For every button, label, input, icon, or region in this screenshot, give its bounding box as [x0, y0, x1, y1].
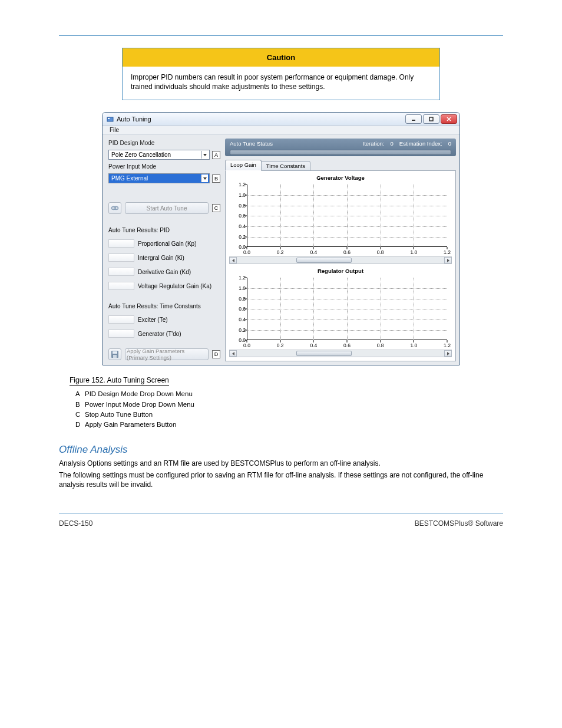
callout-list: APID Design Mode Drop Down Menu BPower I… [75, 389, 503, 430]
y-tick-label: 0.4 [232, 317, 246, 322]
power-mode-value: PMG External [111, 175, 148, 182]
x-tick-label: 0.0 [243, 249, 250, 255]
result-row: Derivative Gain (Kd) [108, 268, 220, 276]
result-row: Exciter (Te) [108, 315, 220, 324]
svg-rect-11 [113, 351, 117, 354]
tdo-field[interactable] [108, 330, 134, 338]
left-pane: PID Design Mode Pole Zero Cancellation A… [103, 135, 225, 365]
status-bar: Auto Tune Status Iteration: 0 Estimation… [225, 139, 456, 156]
start-auto-tune-button[interactable]: Start Auto Tune [125, 202, 209, 214]
callout-d: D [212, 350, 220, 358]
chevron-down-icon [201, 174, 208, 182]
svg-marker-7 [203, 177, 207, 180]
y-tick-label: 0.4 [232, 223, 246, 229]
maximize-button[interactable] [423, 114, 439, 124]
callout-b: B [212, 174, 220, 183]
kd-field[interactable] [108, 268, 134, 276]
y-tick-label: 0.2 [232, 234, 246, 240]
app-icon [106, 115, 114, 123]
chart-title-top: Generator Voltage [229, 174, 452, 181]
status-title: Auto Tune Status [230, 140, 357, 147]
page-footer: DECS-150 BESTCOMSPlus® Software [59, 519, 503, 528]
x-tick-label: 1.2 [444, 342, 451, 348]
x-tick-label: 1.0 [410, 342, 417, 348]
y-tick-label: 1.0 [232, 192, 246, 198]
kd-label: Derivative Gain (Kd) [138, 269, 191, 275]
svg-rect-1 [108, 118, 110, 119]
te-field[interactable] [108, 315, 134, 324]
tab-panel: Generator Voltage 0.00.20.40.60.81.01.20… [225, 170, 456, 361]
pid-mode-value: Pole Zero Cancellation [111, 151, 171, 158]
callout-text: Apply Gain Parameters Button [85, 420, 176, 430]
iteration-label: Iteration: [363, 140, 385, 147]
callout-c: C [212, 204, 220, 212]
ka-label: Voltage Regulator Gain (Ka) [138, 283, 211, 289]
apply-gain-button[interactable]: Apply Gain Parameters (Primary Settings) [125, 348, 209, 360]
start-icon-button[interactable] [108, 202, 121, 214]
iteration-value: 0 [391, 140, 394, 147]
chevron-down-icon [201, 151, 208, 159]
auto-tuning-window: Auto Tuning File PID Design Mode Pole Ze… [102, 112, 460, 365]
callout-text: Stop Auto Tune Button [85, 410, 153, 420]
x-tick-label: 0.2 [277, 249, 284, 255]
scroll-left-icon[interactable] [229, 257, 237, 263]
result-row: Intergral Gain (Ki) [108, 253, 220, 262]
scroll-right-icon[interactable] [444, 257, 452, 263]
x-tick-label: 1.2 [444, 249, 451, 255]
regulator-output-chart: 0.00.20.40.60.81.01.20.00.20.40.60.81.01… [232, 275, 452, 348]
menu-file[interactable]: File [106, 126, 123, 134]
tab-loop-gain[interactable]: Loop Gain [225, 160, 262, 171]
x-tick-label: 0.8 [377, 342, 384, 348]
body-paragraph: The following settings must be configure… [59, 471, 503, 489]
ka-field[interactable] [108, 282, 134, 290]
x-tick-label: 0.2 [277, 342, 284, 348]
x-tick-label: 1.0 [410, 249, 417, 255]
svg-marker-14 [447, 259, 449, 262]
callout-key: A [75, 389, 85, 399]
caution-heading: Caution [123, 48, 439, 67]
tab-time-constants[interactable]: Time Constants [261, 161, 310, 171]
svg-rect-2 [412, 120, 415, 121]
callout-text: Power Input Mode Drop Down Menu [85, 400, 194, 410]
power-mode-combo[interactable]: PMG External [108, 173, 210, 183]
generator-voltage-chart: 0.00.20.40.60.81.01.20.00.20.40.60.81.01… [232, 182, 452, 255]
chart-title-bottom: Regulator Output [229, 268, 452, 274]
tc-results-title: Auto Tune Results: Time Constants [108, 303, 220, 309]
callout-text: PID Design Mode Drop Down Menu [85, 389, 193, 399]
body-paragraph: Analysis Options settings and an RTM fil… [59, 459, 503, 469]
result-row: Generator (T'do) [108, 330, 220, 338]
scroll-left-icon[interactable] [229, 350, 237, 357]
ki-field[interactable] [108, 253, 134, 262]
save-icon-button[interactable] [108, 348, 121, 360]
chart-scrollbar[interactable] [229, 256, 452, 264]
right-pane: Auto Tune Status Iteration: 0 Estimation… [225, 135, 459, 365]
floppy-icon [111, 350, 119, 358]
x-tick-label: 0.6 [343, 342, 351, 348]
kp-field[interactable] [108, 239, 134, 248]
section-heading: Offline Analysis [59, 444, 503, 456]
svg-marker-13 [232, 259, 234, 262]
scroll-right-icon[interactable] [444, 350, 452, 357]
figure-caption: Figure 152. Auto Tuning Screen [70, 376, 169, 386]
y-tick-label: 0.2 [232, 327, 246, 333]
chart-scrollbar[interactable] [229, 350, 452, 357]
kp-label: Proportional Gain (Kp) [138, 241, 197, 247]
minimize-button[interactable] [405, 114, 422, 124]
scroll-thumb[interactable] [296, 351, 352, 356]
footer-left: DECS-150 [59, 519, 92, 528]
pid-results-title: Auto Tune Results: PID [108, 227, 220, 233]
x-tick-label: 0.8 [377, 249, 384, 255]
x-tick-label: 0.4 [310, 342, 317, 348]
x-tick-label: 0.4 [310, 249, 317, 255]
titlebar[interactable]: Auto Tuning [103, 113, 459, 126]
y-tick-label: 1.2 [232, 275, 246, 281]
svg-marker-15 [232, 352, 234, 355]
estimation-label: Estimation Index: [399, 140, 442, 147]
link-icon [111, 205, 119, 212]
callout-key: C [75, 410, 85, 420]
power-mode-label: Power Input Mode [108, 163, 220, 170]
scroll-thumb[interactable] [296, 258, 352, 263]
estimation-value: 0 [448, 140, 451, 147]
close-button[interactable] [441, 114, 457, 124]
pid-mode-combo[interactable]: Pole Zero Cancellation [108, 150, 210, 160]
